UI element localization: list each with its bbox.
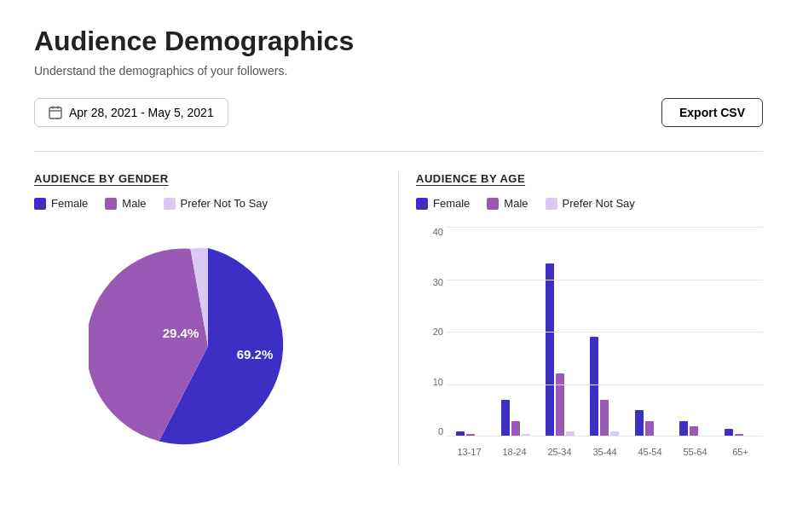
35-44-male-bar: [600, 400, 609, 437]
x-label-18-24: 18-24: [492, 447, 537, 457]
bar-chart-area: [447, 227, 763, 437]
prefer-color-dot: [164, 198, 176, 210]
age-female-dot: [416, 198, 428, 210]
y-label-10: 10: [433, 377, 443, 387]
age-legend: Female Male Prefer Not Say: [416, 197, 763, 210]
gender-section-title: AUDIENCE BY GENDER: [34, 172, 381, 185]
grid-line-30: [447, 280, 763, 280]
age-section-title: AUDIENCE BY AGE: [416, 172, 763, 185]
calendar-icon: [49, 106, 62, 119]
x-axis-labels: 13-1718-2425-3435-4445-5455-6465+: [447, 447, 763, 457]
female-color-dot: [34, 198, 46, 210]
y-label-20: 20: [433, 327, 443, 337]
bar-chart-container: 40 30 20 10 0: [416, 227, 763, 457]
legend-prefer-label: Prefer Not To Say: [181, 197, 268, 210]
charts-row: AUDIENCE BY GENDER Female Male Prefer No…: [34, 172, 763, 466]
25-34-female-bar: [546, 263, 554, 437]
grid-line-0: [447, 436, 763, 437]
page-subtitle: Understand the demographics of your foll…: [34, 64, 763, 78]
section-divider: [34, 151, 763, 152]
x-label-35-44: 35-44: [582, 447, 627, 457]
legend-item-female: Female: [34, 197, 88, 210]
age-male-label: Male: [504, 197, 528, 210]
y-label-40: 40: [433, 227, 443, 237]
gender-panel: AUDIENCE BY GENDER Female Male Prefer No…: [34, 172, 398, 466]
legend-item-male: Male: [105, 197, 146, 210]
legend-item-prefer: Prefer Not To Say: [164, 197, 268, 210]
male-pct-label: 29.4%: [162, 326, 199, 340]
toolbar: Apr 28, 2021 - May 5, 2021 Export CSV: [34, 98, 763, 127]
45-54-female-bar: [635, 410, 644, 437]
x-label-65+: 65+: [718, 447, 763, 457]
age-panel: AUDIENCE BY AGE Female Male Prefer Not S…: [398, 172, 763, 466]
page-title: Audience Demographics: [34, 26, 763, 57]
date-range-button[interactable]: Apr 28, 2021 - May 5, 2021: [34, 98, 228, 127]
pie-chart: 69.2% 29.4%: [89, 227, 327, 466]
x-label-45-54: 45-54: [627, 447, 673, 457]
export-csv-button[interactable]: Export CSV: [661, 98, 763, 127]
pie-chart-container: 69.2% 29.4%: [34, 227, 381, 466]
grid-line-20: [447, 332, 763, 332]
age-male-dot: [487, 198, 499, 210]
55-64-female-bar: [679, 421, 688, 437]
male-color-dot: [105, 198, 117, 210]
age-prefer-dot: [546, 198, 557, 210]
gender-legend: Female Male Prefer Not To Say: [34, 197, 381, 210]
date-range-label: Apr 28, 2021 - May 5, 2021: [69, 106, 214, 119]
legend-male-label: Male: [122, 197, 146, 210]
female-pct-label: 69.2%: [236, 347, 273, 361]
grid-line-40: [447, 227, 763, 228]
x-label-25-34: 25-34: [537, 447, 582, 457]
35-44-female-bar: [590, 337, 598, 437]
svg-rect-0: [49, 107, 61, 119]
18-24-female-bar: [501, 400, 510, 437]
45-54-male-bar: [645, 421, 654, 437]
age-legend-female: Female: [416, 197, 470, 210]
x-label-13-17: 13-17: [447, 447, 492, 457]
x-label-55-64: 55-64: [673, 447, 718, 457]
legend-female-label: Female: [51, 197, 88, 210]
18-24-male-bar: [511, 421, 520, 437]
bar-chart-inner: 40 30 20 10 0: [416, 227, 763, 457]
y-label-30: 30: [433, 277, 443, 287]
25-34-male-bar: [556, 373, 564, 437]
y-axis: 40 30 20 10 0: [416, 227, 443, 437]
y-label-0: 0: [438, 426, 443, 437]
age-legend-prefer: Prefer Not Say: [546, 197, 635, 210]
grid-line-10: [447, 385, 763, 385]
age-female-label: Female: [433, 197, 470, 210]
age-legend-male: Male: [487, 197, 528, 210]
age-prefer-label: Prefer Not Say: [563, 197, 635, 210]
